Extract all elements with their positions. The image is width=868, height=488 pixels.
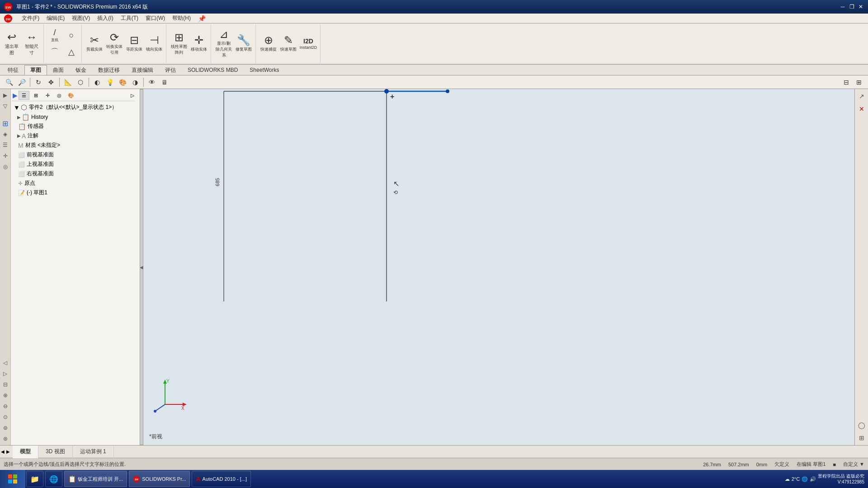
tab-migrate[interactable]: 数据迁移	[92, 65, 126, 75]
display-manager-icon[interactable]: ◎	[1, 162, 10, 171]
sidebar-btn6[interactable]: ⊙	[1, 413, 10, 422]
tree-filter-button[interactable]: ⊞	[30, 91, 41, 100]
sidebar-btn4[interactable]: ⊕	[1, 391, 10, 400]
smart-dimension-button[interactable]: ↔ 智能尺寸	[22, 26, 42, 61]
convert-button[interactable]: ⟳ 转换实体引用	[104, 26, 124, 61]
taskbar-item-file[interactable]: 📁	[26, 471, 43, 487]
zoom-to-fit-button[interactable]: 🔍	[4, 77, 14, 88]
tree-target-button[interactable]: ✛	[42, 91, 53, 100]
instant2d-button[interactable]: I2D Instant2D	[298, 26, 318, 61]
scene-button[interactable]: 🎨	[117, 77, 128, 88]
config-manager-icon[interactable]: ☰	[1, 141, 10, 150]
view-3d-button[interactable]: ⬡	[75, 77, 86, 88]
panel-collapse-handle[interactable]: ◀	[140, 89, 143, 445]
sidebar-btn2[interactable]: ▷	[1, 369, 10, 378]
display-style-button[interactable]: ◐	[92, 77, 103, 88]
pan-button[interactable]: ✥	[46, 77, 57, 88]
lighting-button[interactable]: 💡	[104, 77, 115, 88]
canvas-area[interactable]: + 685 Y X *前视 ↖⟲	[140, 89, 854, 445]
sound-icon[interactable]: 🔊	[810, 476, 816, 482]
close-button[interactable]: ✕	[857, 3, 864, 10]
tab-sheetworks[interactable]: SheetWorks	[244, 65, 285, 75]
offset-button[interactable]: ⊟ 等距实体	[124, 26, 144, 61]
zoom-in-button[interactable]: 🔎	[16, 77, 27, 88]
quick-snap-button[interactable]: ⊕ 快速捕捉	[259, 26, 278, 61]
menu-tools[interactable]: 工具(T)	[117, 14, 142, 23]
trim-button[interactable]: ✂ 剪裁实体	[85, 26, 104, 61]
restore-button[interactable]: ❐	[848, 3, 855, 10]
bottom-tab-3d[interactable]: 3D 视图	[38, 446, 73, 458]
exit-sketch-button[interactable]: ↩ 退出草图	[2, 26, 22, 61]
tab-sheetmetal[interactable]: 钣金	[70, 65, 92, 75]
taskbar-item-browser[interactable]: 🌐	[45, 471, 62, 487]
tree-item-annotations[interactable]: ▶ A 注解	[12, 131, 135, 141]
tab-next-button[interactable]: ▶	[5, 449, 11, 454]
tree-item-history[interactable]: ▶ 📋 History	[12, 113, 135, 122]
menu-file[interactable]: 文件(F)	[18, 14, 43, 23]
appearance-button[interactable]: ◑	[130, 77, 141, 88]
sidebar-btn8[interactable]: ⊛	[1, 434, 10, 443]
tree-root[interactable]: ▼ ⬡ 零件2（默认<<默认>_显示状态 1>）	[12, 102, 135, 113]
sidebar-btn3[interactable]: ⊟	[1, 380, 10, 389]
taskbar-item-autocad[interactable]: A AutoCAD 2010 - [...]	[192, 471, 251, 487]
linear-array-button[interactable]: ⊞ 线性草图阵列	[169, 26, 189, 61]
move-button[interactable]: ✛ 移动实体	[189, 26, 209, 61]
tab-direct-edit[interactable]: 直接编辑	[126, 65, 159, 75]
repair-sketch-button[interactable]: 🔧 修复草图	[234, 26, 254, 61]
tab-mbd[interactable]: SOLIDWORKS MBD	[182, 65, 244, 75]
filter-icon[interactable]: ▽	[1, 102, 10, 111]
taskbar-item-solidworks[interactable]: SW SOLIDWORKS Pr...	[129, 471, 190, 487]
menu-insert[interactable]: 插入(I)	[94, 14, 117, 23]
sidebar-btn5[interactable]: ⊖	[1, 402, 10, 411]
sidebar-btn7[interactable]: ⊚	[1, 423, 10, 432]
expand-collapse-button[interactable]: ⊟	[841, 77, 852, 88]
rotate-view-button[interactable]: ↻	[33, 77, 44, 88]
tree-chart-button[interactable]: 🎨	[66, 91, 76, 100]
arc-button[interactable]: ⌒	[47, 44, 63, 60]
right-grid-button[interactable]: ⊞	[856, 432, 867, 443]
tab-prev-button[interactable]: ◀	[0, 449, 5, 454]
tree-item-sketch1[interactable]: 📝 (-) 草图1	[12, 188, 135, 197]
tree-item-material[interactable]: M 材质 <未指定>	[12, 141, 135, 150]
line-button[interactable]: /直线	[47, 27, 63, 43]
tab-sketch[interactable]: 草图	[24, 65, 47, 75]
tree-list-button[interactable]: ☰	[19, 91, 29, 100]
network-icon[interactable]: 🌐	[802, 476, 808, 482]
tree-expand-button[interactable]: ▷	[131, 93, 134, 99]
menu-pin-icon[interactable]: 📌	[198, 15, 206, 22]
sidebar-btn1[interactable]: ◁	[1, 358, 10, 367]
property-manager-icon[interactable]: ◈	[1, 130, 10, 139]
shape-button[interactable]: △	[63, 44, 80, 60]
expand-button2[interactable]: ⊞	[854, 77, 864, 88]
bottom-tab-model[interactable]: 模型	[13, 446, 38, 458]
customize-label[interactable]: 自定义 ▼	[843, 461, 864, 468]
tree-item-right-plane[interactable]: ⬜ 右视基准面	[12, 169, 135, 178]
menu-help[interactable]: 帮助(H)	[169, 14, 194, 23]
start-button[interactable]	[0, 470, 25, 488]
hide-show-button[interactable]: 👁	[146, 77, 157, 88]
mirror-button[interactable]: ⊣ 镜向实体	[144, 26, 164, 61]
menu-edit[interactable]: 编辑(E)	[43, 14, 68, 23]
standard-views-button[interactable]: 📐	[62, 77, 73, 88]
tree-home-button[interactable]: ▶	[13, 92, 18, 99]
tree-item-origin[interactable]: ✛ 原点	[12, 178, 135, 188]
display-button[interactable]: 🖥	[159, 77, 170, 88]
feature-manager-icon[interactable]: ⊞	[1, 119, 10, 128]
tree-item-sensors[interactable]: 📋 传感器	[12, 122, 135, 131]
quick-sketch-button[interactable]: ✎ 快速草图	[278, 26, 298, 61]
tree-color-button[interactable]: ◎	[54, 91, 65, 100]
menu-window[interactable]: 窗口(W)	[142, 14, 169, 23]
show-relations-button[interactable]: ⊿ 显示/删除几何关系	[214, 26, 234, 61]
tab-features[interactable]: 特征	[2, 65, 24, 75]
circle-button[interactable]: ○	[63, 27, 80, 43]
right-sphere-button[interactable]: ◯	[856, 420, 867, 431]
dim-expert-icon[interactable]: ✛	[1, 151, 10, 160]
minimize-button[interactable]: ─	[839, 3, 846, 10]
tab-evaluate[interactable]: 评估	[159, 65, 182, 75]
menu-view[interactable]: 视图(V)	[68, 14, 94, 23]
taskbar-item-cad-training[interactable]: 📋 钣金工程师培训 开...	[64, 471, 127, 487]
tray-watermark[interactable]: 景程学院出品 盗版必究 V:479122985	[818, 473, 864, 485]
right-close-button[interactable]: ✕	[856, 103, 867, 114]
tree-item-front-plane[interactable]: ⬜ 前视基准面	[12, 150, 135, 160]
tree-item-top-plane[interactable]: ⬜ 上视基准面	[12, 160, 135, 169]
